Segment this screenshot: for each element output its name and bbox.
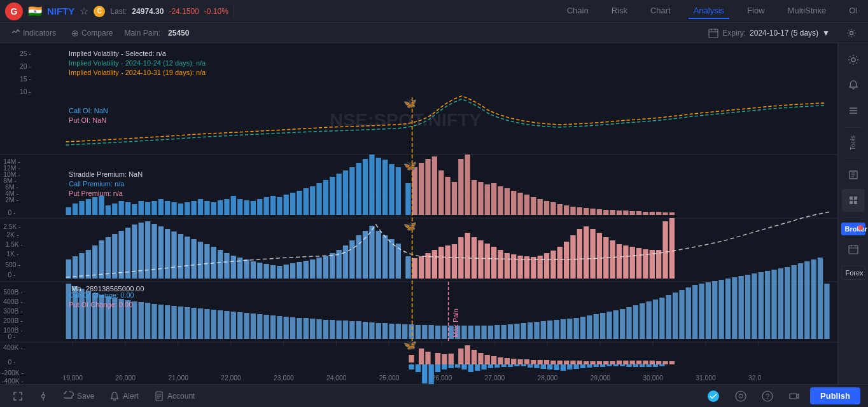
svg-rect-228 bbox=[73, 286, 78, 339]
svg-rect-268 bbox=[336, 321, 341, 339]
svg-rect-168 bbox=[323, 256, 328, 279]
svg-rect-238 bbox=[139, 302, 144, 339]
svg-rect-164 bbox=[297, 262, 302, 279]
nav-analysis[interactable]: Analysis bbox=[689, 3, 729, 19]
svg-rect-416 bbox=[606, 364, 612, 366]
nav-chart[interactable]: Chart bbox=[645, 3, 676, 19]
svg-rect-284 bbox=[442, 326, 447, 339]
settings-sidebar-button[interactable] bbox=[842, 48, 865, 71]
svg-rect-55 bbox=[224, 199, 229, 215]
svg-rect-207 bbox=[584, 226, 589, 279]
svg-rect-266 bbox=[323, 320, 328, 339]
watchlist-star-button[interactable]: ☆ bbox=[80, 5, 88, 17]
svg-rect-399 bbox=[494, 364, 500, 368]
svg-rect-309 bbox=[606, 312, 612, 339]
svg-rect-152 bbox=[218, 250, 223, 279]
alert-button[interactable]: Alert bbox=[104, 389, 144, 404]
svg-rect-383 bbox=[656, 361, 661, 364]
save-label: Save bbox=[77, 392, 94, 401]
fullscreen-icon bbox=[13, 391, 23, 401]
svg-rect-227 bbox=[66, 284, 71, 339]
preferences-button[interactable] bbox=[33, 389, 53, 404]
grid-tool-button[interactable] bbox=[842, 189, 865, 212]
calendar-tool-button[interactable] bbox=[842, 238, 865, 261]
svg-rect-415 bbox=[600, 364, 605, 367]
share-button[interactable] bbox=[730, 388, 752, 404]
svg-rect-281 bbox=[422, 325, 427, 339]
chart-svg: 25 - 20 - 15 - 10 - 14M - 12M - 10M - 8M… bbox=[0, 43, 837, 384]
svg-rect-159 bbox=[263, 264, 269, 279]
svg-rect-38 bbox=[112, 204, 117, 215]
save-button[interactable]: Save bbox=[59, 389, 99, 404]
alert-icon bbox=[109, 391, 120, 401]
svg-rect-208 bbox=[590, 229, 595, 279]
svg-rect-156 bbox=[244, 259, 249, 279]
svg-text:29,000: 29,000 bbox=[590, 375, 610, 382]
video-button[interactable] bbox=[783, 388, 805, 404]
svg-rect-317 bbox=[659, 298, 664, 339]
svg-rect-243 bbox=[171, 306, 176, 339]
svg-rect-167 bbox=[316, 258, 321, 279]
svg-text:0 -: 0 - bbox=[8, 333, 15, 340]
svg-rect-205 bbox=[570, 235, 575, 279]
svg-rect-255 bbox=[251, 314, 256, 339]
svg-rect-421 bbox=[640, 364, 645, 367]
svg-text:300B -: 300B - bbox=[3, 308, 23, 315]
svg-rect-57 bbox=[237, 199, 242, 215]
indicators-button[interactable]: Indicators bbox=[8, 27, 60, 39]
notifications-button[interactable] bbox=[842, 74, 865, 97]
telegram-button[interactable] bbox=[702, 387, 725, 405]
nav-multistrike[interactable]: MultiStrike bbox=[783, 3, 832, 19]
svg-rect-406 bbox=[541, 364, 546, 369]
publish-button[interactable]: Publish bbox=[810, 387, 860, 404]
nav-chain[interactable]: Chain bbox=[562, 3, 594, 19]
svg-text:28,000: 28,000 bbox=[538, 375, 558, 382]
svg-rect-370 bbox=[570, 361, 575, 364]
help-button[interactable]: ? bbox=[757, 388, 778, 404]
logo: G bbox=[5, 3, 23, 20]
svg-rect-304 bbox=[574, 318, 579, 339]
svg-rect-0 bbox=[709, 29, 718, 38]
fullscreen-button[interactable] bbox=[8, 389, 28, 404]
symbol-label[interactable]: NIFTY bbox=[47, 6, 74, 17]
expiry-dropdown-button[interactable]: ▼ bbox=[822, 29, 830, 38]
svg-rect-187 bbox=[452, 244, 457, 279]
nav-flow[interactable]: Flow bbox=[742, 3, 769, 19]
list-button[interactable] bbox=[842, 99, 865, 122]
svg-rect-328 bbox=[732, 277, 737, 339]
svg-rect-409 bbox=[561, 364, 566, 371]
forex-button[interactable]: Forex bbox=[841, 266, 865, 280]
svg-rect-253 bbox=[237, 312, 242, 339]
svg-rect-130 bbox=[73, 256, 78, 279]
svg-rect-110 bbox=[590, 209, 595, 215]
svg-rect-107 bbox=[570, 207, 575, 215]
svg-rect-299 bbox=[541, 321, 546, 339]
svg-rect-119 bbox=[650, 212, 655, 215]
svg-rect-78 bbox=[376, 158, 381, 215]
svg-rect-263 bbox=[304, 318, 309, 339]
pencil-tool-button[interactable] bbox=[842, 163, 865, 186]
svg-rect-298 bbox=[534, 322, 539, 339]
svg-rect-294 bbox=[508, 324, 513, 339]
svg-rect-106 bbox=[564, 205, 569, 215]
svg-rect-133 bbox=[92, 245, 97, 279]
svg-rect-407 bbox=[547, 364, 552, 369]
nav-risk[interactable]: Risk bbox=[606, 3, 633, 19]
svg-rect-248 bbox=[204, 309, 209, 339]
settings-button[interactable] bbox=[843, 27, 860, 39]
compare-button[interactable]: ⊕ Compare bbox=[67, 27, 116, 39]
svg-rect-214 bbox=[630, 247, 635, 279]
svg-text:26,000: 26,000 bbox=[432, 375, 452, 382]
svg-rect-219 bbox=[662, 221, 668, 279]
svg-rect-401 bbox=[508, 364, 513, 367]
svg-rect-171 bbox=[343, 245, 348, 279]
svg-rect-82 bbox=[405, 183, 410, 215]
svg-text:15 -: 15 - bbox=[20, 76, 31, 83]
svg-rect-475 bbox=[849, 245, 858, 254]
svg-rect-332 bbox=[759, 272, 764, 339]
account-button[interactable]: Account bbox=[149, 389, 200, 404]
svg-rect-148 bbox=[192, 239, 197, 279]
coin-icon: C bbox=[94, 6, 105, 17]
svg-rect-232 bbox=[99, 295, 104, 339]
nav-oi[interactable]: OI bbox=[844, 3, 863, 19]
